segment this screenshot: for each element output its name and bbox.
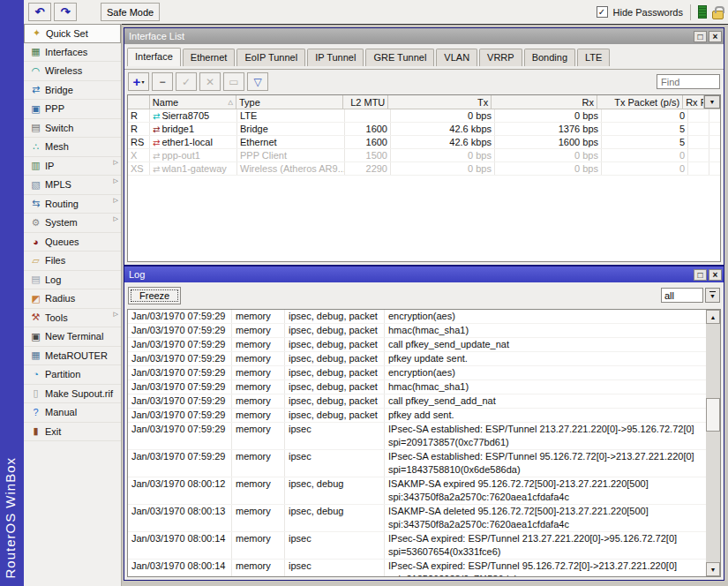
interface-name: wlan1-gateway	[161, 163, 226, 174]
log-row[interactable]: Jan/03/1970 08:00:13 memory ipsec, debug…	[128, 505, 706, 532]
log-row[interactable]: Jan/03/1970 07:59:29 memory ipsec IPsec-…	[128, 423, 706, 450]
column-header-txpacket[interactable]: Tx Packet (p/s)	[597, 95, 683, 109]
column-header-rxpacket[interactable]: Rx P	[683, 95, 704, 109]
interface-row[interactable]: R ⇄Sierra8705 LTE 0 bps 0 bps 0	[128, 109, 720, 123]
log-row[interactable]: Jan/03/1970 07:59:29 memory ipsec IPsec-…	[128, 450, 706, 477]
log-message: encryption(aes)	[388, 366, 702, 379]
tab[interactable]: Interface	[127, 48, 181, 66]
log-row[interactable]: Jan/03/1970 07:59:29 memory ipsec, debug…	[128, 352, 706, 366]
log-row[interactable]: Jan/03/1970 07:59:29 memory ipsec, debug…	[128, 366, 706, 380]
tab[interactable]: IP Tunnel	[307, 49, 364, 66]
log-row[interactable]: Jan/03/1970 07:59:29 memory ipsec, debug…	[128, 394, 706, 409]
column-header-flags[interactable]	[128, 95, 150, 109]
scrollbar-thumb[interactable]	[706, 398, 720, 432]
log-filter-input[interactable]	[661, 288, 703, 303]
sidebar-item[interactable]: ▱ Files	[24, 252, 121, 271]
remove-icon: −	[159, 76, 165, 88]
column-header-l2mtu[interactable]: L2 MTU	[343, 95, 389, 109]
column-header-rx[interactable]: Rx	[492, 95, 597, 109]
sidebar-item[interactable]: ▧ MPLS ▷	[24, 176, 121, 195]
column-select-button[interactable]: ▼	[704, 95, 720, 109]
interface-list-titlebar[interactable]: Interface List □ ×	[124, 28, 724, 44]
sidebar-item[interactable]: ? Manual	[24, 403, 121, 423]
undo-button[interactable]: ↶	[28, 3, 51, 21]
enable-button[interactable]: ✓	[176, 72, 197, 91]
sidebar-item[interactable]: ▣ New Terminal	[24, 327, 121, 347]
comment-button[interactable]: ▭	[223, 72, 244, 91]
tab[interactable]: LTE	[577, 49, 610, 66]
filter-button[interactable]: ▽	[247, 72, 268, 91]
remove-button[interactable]: −	[152, 72, 173, 91]
log-title: Log	[129, 269, 145, 280]
sidebar-item[interactable]: ∴ Mesh	[24, 138, 121, 157]
sidebar-menu: ✦ Quick Set ▦ Interfaces ◠ Wireless ⇄ Br…	[24, 24, 122, 586]
sidebar-item[interactable]: ◩ Radius	[24, 289, 121, 309]
sidebar-item[interactable]: ⚙ System ▷	[24, 214, 121, 233]
sidebar-item[interactable]: ◕ Queues	[24, 233, 121, 252]
tab[interactable]: EoIP Tunnel	[236, 49, 305, 66]
sidebar-item[interactable]: ⚒ Tools ▷	[24, 309, 121, 328]
column-header-tx[interactable]: Tx	[388, 95, 492, 109]
interface-type: Wireless (Atheros AR9...	[237, 162, 345, 175]
hide-passwords-checkbox[interactable]: ✓	[597, 6, 608, 18]
scroll-down-button[interactable]: ▼	[706, 562, 720, 576]
interface-row[interactable]: XS ⇄wlan1-gateway Wireless (Atheros AR9.…	[128, 162, 720, 176]
sidebar-item[interactable]: ▦ Interfaces	[24, 43, 121, 63]
log-row[interactable]: Jan/03/1970 08:00:12 memory ipsec, debug…	[128, 477, 706, 505]
tab[interactable]: Ethernet	[183, 49, 236, 66]
column-header-type[interactable]: Type	[236, 95, 343, 109]
sidebar-item[interactable]: ⇄ Bridge	[24, 81, 121, 101]
sidebar-item[interactable]: ✦ Quick Set	[24, 24, 121, 43]
log-row[interactable]: Jan/03/1970 07:59:29 memory ipsec, debug…	[128, 380, 706, 394]
sidebar-item[interactable]: ▤ Switch	[24, 119, 121, 139]
log-row[interactable]: Jan/03/1970 07:59:29 memory ipsec, debug…	[128, 310, 706, 324]
tab[interactable]: VRRP	[479, 49, 522, 66]
interface-rx: 0 bps	[495, 162, 602, 175]
sidebar-item[interactable]: ◠ Wireless	[24, 62, 121, 81]
log-message-cell: IPsec-SA established: ESP/Tunnel 213.27.…	[385, 423, 706, 449]
freeze-button[interactable]: Freeze	[128, 287, 181, 304]
sidebar-item[interactable]: ◔ Partition	[24, 365, 121, 385]
log-titlebar[interactable]: Log □ ×	[124, 267, 724, 282]
log-row[interactable]: Jan/03/1970 07:59:29 memory ipsec, debug…	[128, 409, 706, 423]
log-row[interactable]: Jan/03/1970 08:00:14 memory ipsec IPsec-…	[128, 560, 706, 576]
log-message: IPsec-SA established: ESP/Tunnel 213.27.…	[388, 423, 702, 436]
sidebar-item[interactable]: ⇆ Routing ▷	[24, 195, 121, 214]
close-button[interactable]: ×	[709, 269, 722, 281]
sidebar-item[interactable]: ▤ Log	[24, 271, 121, 290]
interface-row[interactable]: X ⇄ppp-out1 PPP Client 1500 0 bps 0 bps …	[128, 149, 720, 162]
sidebar-item-label: Queues	[43, 237, 79, 247]
add-button[interactable]: + ▾	[128, 72, 149, 91]
sidebar-item[interactable]: ▯ Make Supout.rif	[24, 385, 121, 404]
brand-strip: RouterOS WinBox	[0, 0, 24, 586]
redo-button[interactable]: ↷	[54, 3, 77, 21]
sidebar-item[interactable]: ▦ MetaROUTER	[24, 347, 121, 366]
disable-icon: ✕	[206, 76, 214, 88]
sidebar-item[interactable]: ▮ Exit	[24, 423, 121, 442]
log-row[interactable]: Jan/03/1970 08:00:14 memory ipsec IPsec-…	[128, 532, 706, 560]
log-message: call pfkey_send_update_nat	[388, 338, 702, 351]
interface-row[interactable]: RS ⇄ether1-local Ethernet 1600 42.6 kbps…	[128, 136, 720, 149]
disable-button[interactable]: ✕	[199, 72, 221, 91]
maximize-button[interactable]: □	[694, 269, 707, 281]
log-time: Jan/03/1970 07:59:29	[128, 366, 232, 379]
column-header-name[interactable]: Name △	[150, 95, 236, 109]
find-input[interactable]	[657, 74, 720, 89]
scroll-up-button[interactable]: ▲	[706, 310, 720, 324]
log-filter-dropdown-button[interactable]: ▼	[705, 288, 720, 303]
interface-l2mtu: 1600	[345, 123, 391, 135]
tab[interactable]: Bonding	[524, 49, 575, 66]
close-button[interactable]: ×	[709, 31, 722, 42]
submenu-arrow-icon: ▷	[114, 197, 118, 204]
tab[interactable]: GRE Tunnel	[365, 49, 434, 66]
sidebar-item[interactable]: ▥ IP ▷	[24, 157, 121, 177]
log-row[interactable]: Jan/03/1970 07:59:29 memory ipsec, debug…	[128, 338, 706, 352]
log-scrollbar[interactable]: ▲ ▼	[706, 310, 720, 576]
log-topics: ipsec, debug, packet	[285, 409, 385, 422]
safe-mode-button[interactable]: Safe Mode	[101, 3, 160, 21]
tab[interactable]: VLAN	[436, 49, 477, 66]
interface-row[interactable]: R ⇄bridge1 Bridge 1600 42.6 kbps 1376 bp…	[128, 123, 720, 136]
log-row[interactable]: Jan/03/1970 07:59:29 memory ipsec, debug…	[128, 324, 706, 338]
maximize-button[interactable]: □	[694, 31, 707, 42]
sidebar-item[interactable]: ▣ PPP	[24, 100, 121, 119]
